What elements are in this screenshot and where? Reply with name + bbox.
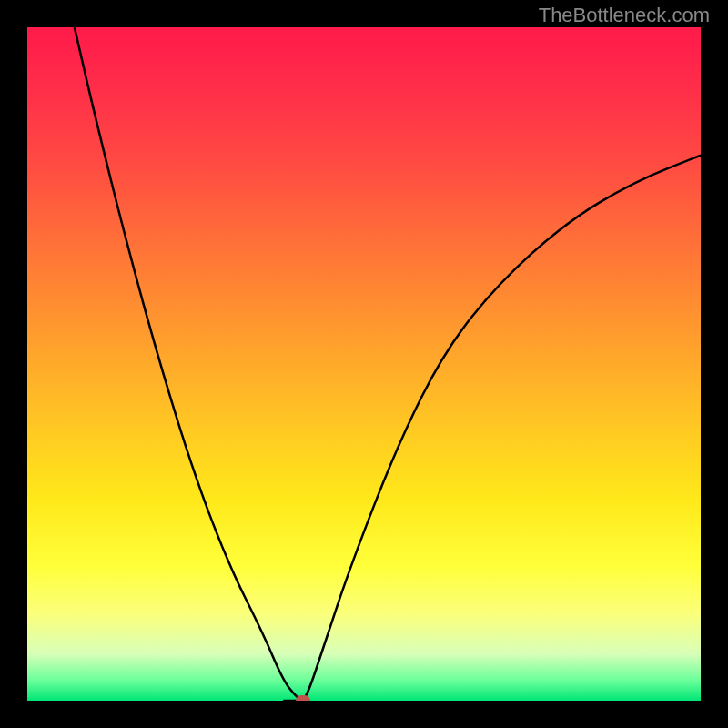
curve-left-branch <box>75 27 304 701</box>
watermark-text: TheBottleneck.com <box>539 4 710 27</box>
chart-frame: TheBottleneck.com <box>0 0 728 728</box>
optimal-point-marker <box>296 695 310 701</box>
plot-area <box>27 27 701 701</box>
bottleneck-curve <box>27 27 701 701</box>
curve-right-branch <box>303 156 701 701</box>
